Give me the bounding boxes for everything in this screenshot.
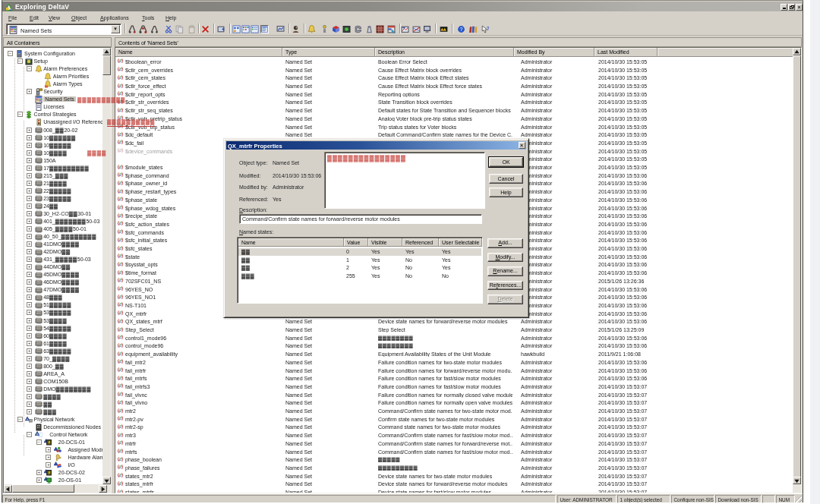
svg-text:?: ? <box>460 27 463 33</box>
svg-text:?: ? <box>487 26 489 31</box>
